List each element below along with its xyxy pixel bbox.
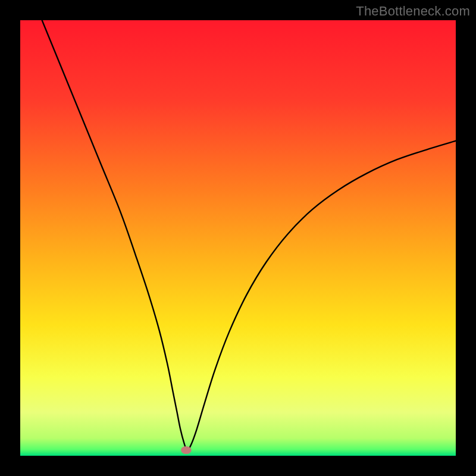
chart-background-gradient (20, 20, 456, 456)
bottleneck-chart (20, 20, 456, 456)
min-marker (181, 446, 192, 454)
chart-frame (20, 20, 456, 456)
watermark-text: TheBottleneck.com (356, 4, 470, 19)
